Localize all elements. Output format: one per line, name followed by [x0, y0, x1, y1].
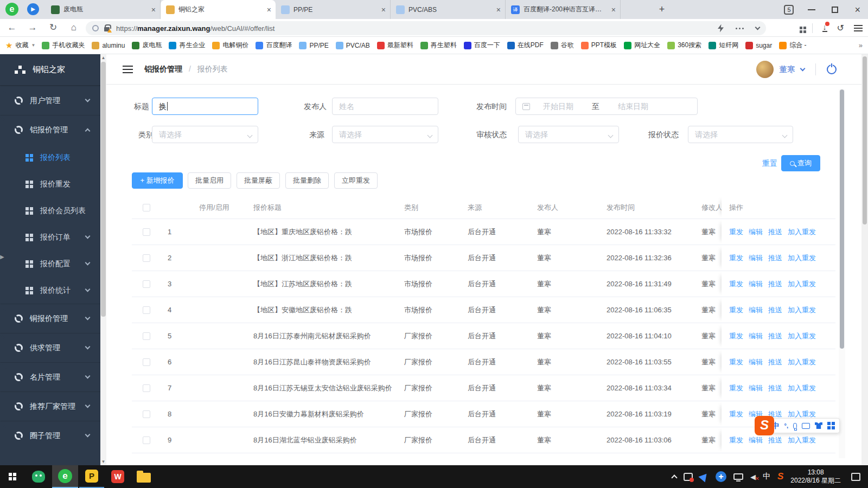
bookmark-item[interactable]: 手机收藏夹 — [42, 41, 85, 50]
clock[interactable]: 13:082022/8/16 星期二 — [790, 468, 841, 485]
row-checkbox[interactable] — [143, 254, 150, 262]
sidebar-item[interactable]: 名片管理 — [0, 362, 100, 391]
title-input[interactable]: 换 — [152, 98, 258, 115]
chevron-down-icon[interactable] — [755, 25, 761, 30]
taskbar-wps[interactable]: W — [105, 465, 130, 488]
taskbar-browser[interactable]: e — [52, 465, 78, 488]
end-date-placeholder[interactable]: 结束日期 — [618, 98, 648, 114]
bookmark-item[interactable]: PP/PE — [299, 42, 328, 49]
taskbar-ppt-app[interactable]: P — [79, 465, 104, 488]
sogou-tray-icon[interactable]: S — [777, 471, 783, 482]
tray-arrow-icon[interactable] — [698, 471, 710, 482]
batch-delete-button[interactable]: 批量删除 — [285, 172, 329, 189]
select-all-checkbox[interactable] — [143, 204, 150, 211]
edit-link[interactable]: 编辑 — [749, 435, 763, 445]
browser-tab[interactable]: 铜铝之家 × — [161, 0, 276, 19]
scroll-up-icon[interactable]: ▲ — [100, 55, 106, 60]
bookmark-item[interactable]: 网址大全 — [624, 41, 660, 50]
home-button[interactable]: ⌂ — [67, 21, 80, 34]
date-range-input[interactable]: 开始日期 至 结束日期 — [515, 98, 698, 115]
keyboard-icon[interactable] — [802, 423, 810, 429]
resend-link[interactable]: 重发 — [729, 383, 743, 393]
sidebar-item[interactable]: 圈子管理 — [0, 421, 100, 450]
resend-link[interactable]: 重发 — [729, 409, 743, 419]
close-button[interactable]: × — [854, 5, 860, 15]
lightning-icon[interactable] — [718, 24, 724, 33]
row-checkbox[interactable] — [143, 410, 150, 418]
scroll-down-icon[interactable]: ▼ — [100, 459, 106, 464]
collapse-menu-icon[interactable] — [123, 66, 133, 67]
sidebar-item[interactable]: 报价订单 — [0, 224, 100, 251]
site-info-icon[interactable] — [92, 25, 99, 31]
resend-now-button[interactable]: 立即重发 — [334, 172, 378, 189]
bookmark-item[interactable]: aluminu — [92, 42, 125, 49]
row-checkbox[interactable] — [143, 306, 150, 314]
edit-link[interactable]: 编辑 — [749, 357, 763, 367]
lock-icon[interactable] — [104, 27, 110, 31]
sidebar-item[interactable]: 用户管理 — [0, 86, 100, 115]
batch-block-button[interactable]: 批量屏蔽 — [237, 172, 280, 189]
push-link[interactable]: 推送 — [768, 435, 782, 445]
scrollbar-thumb[interactable] — [863, 56, 867, 224]
push-link[interactable]: 推送 — [768, 357, 782, 367]
resend-link[interactable]: 重发 — [729, 227, 743, 237]
resend-link[interactable]: 重发 — [729, 279, 743, 289]
sidebar-item[interactable]: 报价统计 — [0, 277, 100, 304]
browser-logo-icon[interactable]: e — [5, 3, 18, 16]
start-date-placeholder[interactable]: 开始日期 — [543, 98, 573, 114]
push-link[interactable]: 推送 — [768, 279, 782, 289]
add-to-resend-link[interactable]: 加入重发 — [788, 409, 816, 419]
publisher-input[interactable]: 姓名 — [332, 98, 438, 115]
display-icon[interactable] — [733, 473, 743, 480]
browser-tab[interactable]: PVC/ABS × — [391, 0, 506, 19]
undo-icon[interactable]: ↺ — [837, 23, 844, 33]
volume-muted-icon[interactable]: ◀✕ — [750, 473, 756, 481]
bookmark-item[interactable]: PVC/AB — [336, 42, 370, 49]
breadcrumb-parent[interactable]: 铝报价管理 — [144, 65, 182, 73]
sidebar-item[interactable]: 铜报价管理 — [0, 304, 100, 333]
tab-close-icon[interactable]: × — [496, 5, 501, 14]
bookmark-item[interactable]: sugar — [745, 42, 772, 49]
batch-enable-button[interactable]: 批量启用 — [188, 172, 231, 189]
bookmarks-overflow-icon[interactable]: » — [859, 41, 863, 49]
edit-link[interactable]: 编辑 — [749, 253, 763, 263]
download-icon[interactable]: ↓ — [822, 24, 827, 32]
tab-count-badge[interactable]: 5 — [784, 5, 794, 15]
maximize-button[interactable] — [832, 7, 838, 13]
avatar[interactable] — [756, 61, 774, 78]
add-to-resend-link[interactable]: 加入重发 — [788, 253, 816, 263]
bookmark-item[interactable]: 百度一下 — [464, 41, 500, 50]
minimize-button[interactable] — [808, 9, 815, 10]
sidebar-item[interactable]: 供求管理 — [0, 333, 100, 362]
quote-status-select[interactable]: 请选择 — [688, 126, 793, 143]
row-checkbox[interactable] — [143, 280, 150, 288]
content-scrollbar[interactable] — [839, 89, 845, 458]
category-select[interactable]: 请选择 — [152, 126, 258, 143]
push-link[interactable]: 推送 — [768, 227, 782, 237]
row-checkbox[interactable] — [143, 228, 150, 236]
sidebar-item[interactable]: 铜铝之家 — [0, 54, 100, 86]
bookmark-item[interactable]: 电解铜价 — [212, 41, 248, 50]
tray-app-icon[interactable]: ✚ — [716, 471, 726, 482]
browser-menu-icon[interactable] — [854, 25, 863, 26]
resend-link[interactable]: 重发 — [729, 331, 743, 341]
url-field[interactable]: https://manager.zaixun.wang/web/CuAl/#/o… — [86, 21, 766, 35]
add-to-resend-link[interactable]: 加入重发 — [788, 383, 816, 393]
push-link[interactable]: 推送 — [768, 305, 782, 315]
taskbar-explorer[interactable] — [131, 465, 156, 488]
push-link[interactable]: 推送 — [768, 331, 782, 341]
resend-link[interactable]: 重发 — [729, 253, 743, 263]
row-checkbox[interactable] — [143, 358, 150, 366]
tab-close-icon[interactable]: × — [611, 5, 616, 14]
sidebar-item[interactable]: 报价会员列表 — [0, 197, 100, 224]
back-button[interactable]: ← — [5, 21, 18, 34]
sidebar-item[interactable]: 铝报价管理 — [0, 115, 100, 144]
tab-close-icon[interactable]: × — [267, 5, 271, 14]
apps-grid-icon[interactable] — [800, 27, 802, 29]
add-to-resend-link[interactable]: 加入重发 — [788, 435, 816, 445]
add-to-resend-link[interactable]: 加入重发 — [788, 279, 816, 289]
browser-tab[interactable]: 废电瓶 × — [46, 0, 161, 19]
add-to-resend-link[interactable]: 加入重发 — [788, 357, 816, 367]
bookmark-item[interactable]: 综合 - — [779, 41, 806, 50]
notification-center-icon[interactable] — [851, 473, 860, 481]
